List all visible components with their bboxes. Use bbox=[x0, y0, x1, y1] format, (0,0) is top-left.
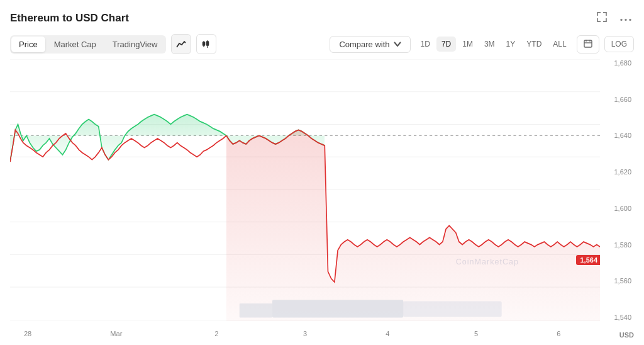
x-label-5: 5 bbox=[474, 330, 478, 337]
period-1m[interactable]: 1M bbox=[457, 37, 478, 52]
chart-title: Ethereum to USD Chart bbox=[10, 12, 129, 25]
price-chart-svg: CoinMarketCap bbox=[10, 59, 600, 321]
period-3m[interactable]: 3M bbox=[479, 37, 500, 52]
x-label-6: 6 bbox=[557, 330, 560, 337]
y-label-1560: 1,560 bbox=[614, 277, 631, 285]
svg-rect-24 bbox=[240, 303, 272, 317]
x-label-mar: Mar bbox=[110, 330, 122, 337]
chart-area: CoinMarketCap 28 Mar 2 3 4 5 6 1,564 1,6… bbox=[10, 59, 634, 340]
x-unit-label: USD bbox=[619, 331, 634, 339]
tab-tradingview[interactable]: TradingView bbox=[105, 37, 165, 52]
tab-group: Price Market Cap TradingView bbox=[10, 35, 166, 54]
x-axis: 28 Mar 2 3 4 5 6 bbox=[10, 321, 600, 340]
toolbar-row: Price Market Cap TradingView Compare wit… bbox=[10, 34, 634, 54]
svg-rect-23 bbox=[272, 300, 403, 317]
header-row: Ethereum to USD Chart bbox=[10, 10, 634, 26]
x-label-4: 4 bbox=[386, 330, 389, 337]
svg-point-1 bbox=[625, 19, 626, 21]
period-1d[interactable]: 1D bbox=[416, 37, 435, 52]
more-options-button[interactable] bbox=[618, 11, 634, 25]
svg-rect-4 bbox=[203, 42, 205, 45]
y-label-1640: 1,640 bbox=[614, 132, 631, 139]
svg-text:CoinMarketCap: CoinMarketCap bbox=[456, 257, 519, 267]
candlestick-button[interactable] bbox=[196, 34, 216, 54]
log-button[interactable]: LOG bbox=[604, 36, 634, 52]
y-label-1680: 1,680 bbox=[614, 59, 631, 67]
compare-with-label: Compare with bbox=[339, 40, 389, 49]
tab-marketcap[interactable]: Market Cap bbox=[47, 37, 104, 52]
tab-price[interactable]: Price bbox=[11, 37, 45, 52]
y-label-1660: 1,660 bbox=[614, 96, 631, 103]
period-1y[interactable]: 1Y bbox=[501, 37, 521, 52]
y-axis: 1,680 1,660 1,640 1,620 1,600 1,580 1,56… bbox=[602, 59, 634, 321]
period-7d[interactable]: 7D bbox=[436, 37, 456, 52]
y-label-1540: 1,540 bbox=[614, 314, 631, 321]
line-chart-button[interactable] bbox=[171, 34, 191, 54]
compare-with-button[interactable]: Compare with bbox=[330, 36, 410, 53]
chart-container: Ethereum to USD Chart Price Market Cap T… bbox=[0, 0, 644, 345]
x-label-2: 2 bbox=[214, 330, 218, 337]
calendar-button[interactable] bbox=[577, 35, 599, 54]
expand-button[interactable] bbox=[594, 10, 610, 26]
header-icons bbox=[594, 10, 634, 26]
y-label-1600: 1,600 bbox=[614, 205, 631, 212]
svg-rect-7 bbox=[584, 40, 592, 47]
x-label-28: 28 bbox=[24, 330, 31, 337]
current-price-tag: 1,564 bbox=[576, 255, 600, 265]
x-label-3: 3 bbox=[303, 330, 307, 337]
svg-point-2 bbox=[629, 19, 631, 21]
svg-point-0 bbox=[620, 19, 622, 21]
svg-rect-6 bbox=[207, 42, 209, 45]
svg-rect-25 bbox=[403, 302, 501, 317]
period-group: 1D 7D 1M 3M 1Y YTD ALL bbox=[416, 37, 572, 52]
y-label-1580: 1,580 bbox=[614, 241, 631, 249]
chart-plot: CoinMarketCap 28 Mar 2 3 4 5 6 1,564 bbox=[10, 59, 600, 340]
period-all[interactable]: ALL bbox=[548, 37, 571, 52]
y-label-1620: 1,620 bbox=[614, 168, 631, 176]
period-ytd[interactable]: YTD bbox=[521, 37, 547, 52]
